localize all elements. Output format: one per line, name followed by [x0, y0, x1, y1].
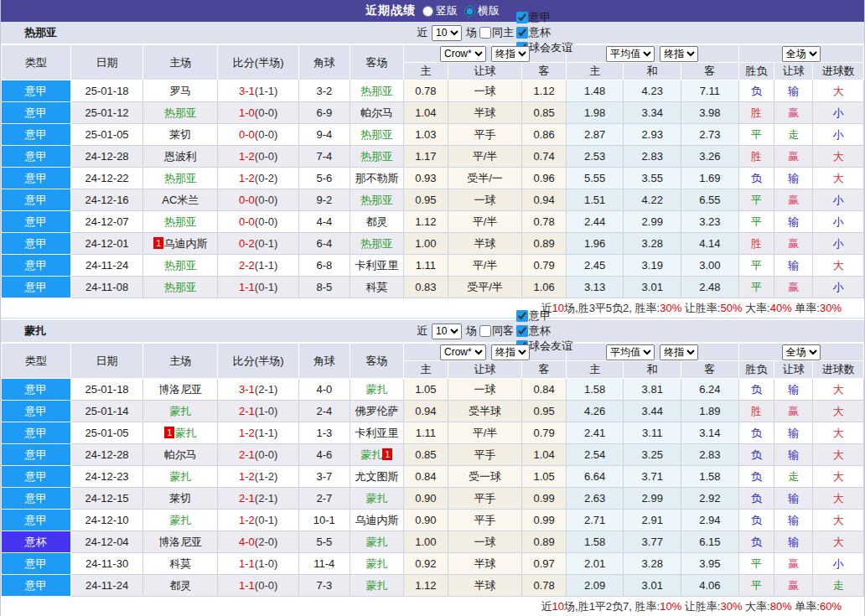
cell-score: 3-1(2-1)	[218, 379, 299, 401]
cell-date: 24-12-07	[70, 211, 143, 233]
cell-result-wdl: 负	[738, 379, 774, 401]
cell-odds-handicap: 一球	[448, 379, 522, 401]
cell-date: 25-01-18	[70, 379, 143, 401]
summary-part: 10	[552, 600, 564, 613]
cell-avg-home: 2.09	[566, 575, 624, 597]
header-日期: 日期	[70, 45, 143, 80]
average-select[interactable]: 平均值	[606, 46, 655, 62]
same-venue-checkbox[interactable]: 同客	[479, 324, 514, 339]
team-label: 热那亚	[360, 128, 393, 141]
card-badge: 1	[382, 448, 392, 460]
halftime-score: (0-0)	[255, 128, 277, 141]
table-row: 意甲24-12-07热那亚0-0(0-0)4-4都灵1.12平/半0.782.4…	[2, 211, 864, 233]
cell-score: 1-2(0-2)	[218, 168, 299, 189]
final-index-select-2[interactable]: 终指	[660, 344, 698, 360]
cell-score: 3-1(1-1)	[218, 80, 299, 102]
fulltime-select[interactable]: 全场	[782, 46, 821, 62]
cell-odds-away: 0.79	[522, 255, 566, 277]
team-label: 莱切	[169, 492, 191, 505]
cell-score: 2-1(0-0)	[218, 444, 299, 466]
cell-avg-away: 3.23	[681, 211, 739, 233]
cell-result-handicap: 输	[774, 444, 812, 466]
cell-result-goals: 大	[813, 444, 864, 466]
cell-result-wdl: 胜	[738, 401, 774, 422]
final-index-select-2[interactable]: 终指	[660, 46, 698, 62]
cell-avg-home: 1.58	[566, 379, 624, 401]
table-body: 意甲25-01-18罗马3-1(1-1)3-2热那亚0.78一球1.121.48…	[2, 80, 864, 298]
same-venue-input[interactable]	[479, 27, 491, 39]
league-checkbox-意杯[interactable]: 意杯	[516, 324, 572, 339]
fulltime-score: 3-1	[239, 85, 255, 97]
cell-avg-away: 2.83	[681, 444, 739, 466]
cell-away-team: 都灵	[350, 211, 404, 233]
league-checkbox-意甲[interactable]: 意甲	[516, 10, 572, 25]
header-主场: 主场	[143, 344, 218, 379]
cell-avg-away: 4.06	[681, 575, 739, 597]
cell-odds-away: 0.89	[522, 531, 566, 553]
cell-result-goals: 大	[813, 488, 864, 510]
cell-away-team: 卡利亚里	[350, 422, 404, 444]
subheader-和: 和	[624, 63, 681, 80]
recent-count-select[interactable]: 10	[432, 25, 462, 41]
cell-away-team: 热那亚	[350, 124, 404, 146]
same-venue-checkbox[interactable]: 同主	[479, 25, 514, 40]
cell-corners: 3-2	[299, 80, 350, 102]
league-checkbox-input[interactable]	[516, 12, 528, 23]
table-row: 意甲24-12-15莱切2-1(2-1)2-7蒙扎0.90平手0.992.632…	[2, 488, 864, 510]
average-select[interactable]: 平均值	[606, 344, 655, 360]
cell-away-team: 蒙扎	[350, 379, 404, 401]
cell-avg-draw: 4.22	[624, 189, 681, 211]
league-checkbox-input[interactable]	[516, 27, 528, 39]
team-name: 蒙扎	[24, 324, 46, 339]
final-index-select[interactable]: 终指	[491, 344, 530, 360]
cell-odds-home: 0.92	[404, 553, 448, 575]
team-section: 蒙扎 近 10 场 同客 意甲意杯球会友谊 类型日期主场比分(	[1, 318, 864, 616]
cell-home-team: 热那亚	[143, 168, 218, 189]
summary-part: 50%	[720, 302, 742, 314]
table-body: 意甲25-01-18博洛尼亚3-1(2-1)4-0蒙扎1.05一球0.841.5…	[2, 379, 864, 597]
bookmaker-select[interactable]: Crow*	[440, 46, 486, 62]
cell-odds-handicap: 平/半	[448, 422, 522, 444]
cell-result-handicap: 输	[774, 255, 812, 277]
section-head: 热那亚 近 10 场 同主 意甲意杯球会友谊	[1, 22, 864, 44]
cell-avg-draw: 3.55	[624, 168, 681, 189]
halftime-score: (0-2)	[255, 172, 277, 184]
league-checkbox-input[interactable]	[516, 310, 528, 322]
table-row: 意甲24-12-10蒙扎1-2(0-1)10-1乌迪内斯0.90平手0.992.…	[2, 510, 864, 531]
cell-result-handicap: 赢	[774, 233, 812, 255]
table-row: 意甲25-01-05莱切0-0(0-0)9-4热那亚1.03平手0.862.87…	[2, 124, 864, 146]
league-checkbox-意甲[interactable]: 意甲	[516, 308, 572, 324]
cell-home-team: 莱切	[143, 488, 218, 510]
team-label: 热那亚	[360, 194, 393, 206]
cell-home-team: 恩波利	[143, 146, 218, 168]
cell-corners: 4-0	[299, 379, 350, 401]
team-label: 乌迪内斯	[355, 514, 398, 526]
league-checkbox-input[interactable]	[516, 325, 528, 337]
cell-odds-home: 1.00	[404, 531, 448, 553]
cell-score: 0-2(0-1)	[218, 233, 299, 255]
cell-away-team: 帕尔马	[350, 102, 404, 124]
league-checkbox-意杯[interactable]: 意杯	[516, 25, 572, 40]
cell-home-team: 1蒙扎	[143, 422, 218, 444]
fulltime-score: 1-2	[239, 427, 255, 439]
cell-result-goals: 小	[813, 211, 864, 233]
cell-avg-home: 3.13	[566, 277, 624, 298]
cell-result-goals: 小	[813, 553, 864, 575]
cell-match-type: 意杯	[2, 531, 71, 553]
cell-odds-home: 0.90	[404, 488, 448, 510]
cell-score: 0-0(0-0)	[218, 189, 299, 211]
final-index-select[interactable]: 终指	[491, 46, 530, 62]
subheader-让球: 让球	[774, 63, 812, 80]
cell-odds-away: 1.05	[522, 466, 566, 488]
cell-home-team: 帕尔马	[143, 444, 218, 466]
cell-avg-away: 2.92	[681, 488, 739, 510]
subheader-客: 客	[681, 361, 739, 379]
bookmaker-select[interactable]: Crow*	[440, 344, 486, 360]
same-venue-input[interactable]	[479, 325, 491, 337]
cell-odds-home: 1.11	[404, 422, 448, 444]
cell-odds-home: 0.95	[404, 189, 448, 211]
team-label: 热那亚	[360, 237, 393, 250]
fulltime-select[interactable]: 全场	[782, 344, 821, 360]
recent-count-select[interactable]: 10	[432, 324, 462, 339]
cell-avg-draw: 4.23	[624, 80, 681, 102]
